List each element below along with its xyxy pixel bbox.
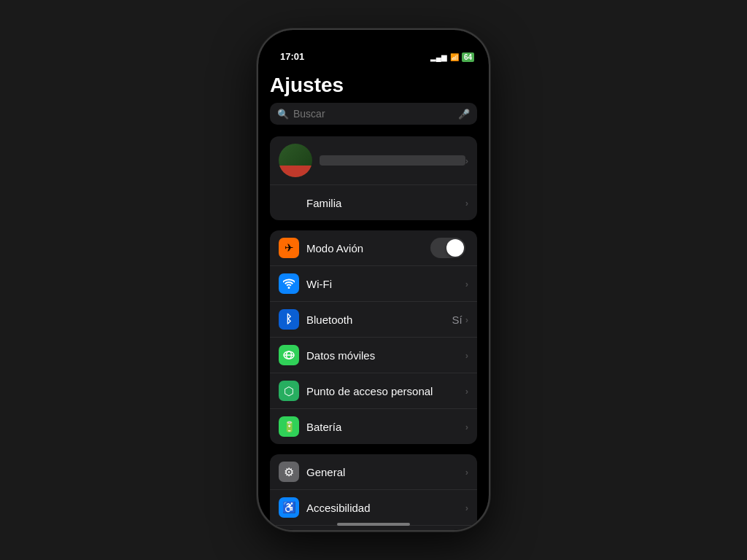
- accesibilidad-row[interactable]: ♿ Accesibilidad ›: [270, 490, 477, 526]
- punto-acceso-row[interactable]: ⬡ Punto de acceso personal ›: [270, 373, 477, 409]
- accesibilidad-label: Accesibilidad: [306, 502, 465, 514]
- wifi-row[interactable]: Wi-Fi ›: [270, 266, 477, 302]
- signal-icon: ▂▄▆: [430, 53, 447, 61]
- datos-moviles-icon: [279, 345, 299, 365]
- modo-avion-label: Modo Avión: [306, 242, 430, 254]
- bateria-icon: 🔋: [279, 416, 299, 437]
- mic-icon: 🎤: [458, 109, 470, 120]
- punto-acceso-label: Punto de acceso personal: [306, 385, 465, 397]
- punto-acceso-chevron: ›: [465, 386, 468, 397]
- general-icon: ⚙: [279, 462, 299, 482]
- connectivity-group: ✈ Modo Avión Wi-Fi ›: [270, 230, 477, 444]
- search-input[interactable]: [293, 108, 454, 120]
- bluetooth-label: Bluetooth: [306, 314, 452, 326]
- datos-moviles-chevron: ›: [465, 350, 468, 361]
- avatar: [279, 144, 312, 177]
- bateria-row[interactable]: 🔋 Batería ›: [270, 409, 477, 444]
- system-group: ⚙ General › ♿ Accesibilidad › 🔍 Buscar ›: [270, 454, 477, 530]
- screen-content: Ajustes 🔍 🎤 › Familia ›: [258, 66, 489, 530]
- bateria-label: Batería: [306, 421, 465, 433]
- bluetooth-chevron: ›: [465, 314, 468, 325]
- wifi-row-icon: [279, 273, 299, 294]
- bluetooth-value: Sí: [452, 314, 462, 326]
- phone-frame: 17:01 ▂▄▆ 📶 64 Ajustes 🔍 🎤: [257, 28, 490, 532]
- chevron-icon: ›: [465, 155, 468, 166]
- home-indicator[interactable]: [337, 523, 410, 526]
- search-bar[interactable]: 🔍 🎤: [270, 103, 477, 125]
- modo-avion-icon: ✈: [279, 238, 299, 258]
- bluetooth-icon: ᛒ: [279, 309, 299, 330]
- profile-name-placeholder: [320, 155, 465, 166]
- accesibilidad-icon: ♿: [279, 497, 299, 518]
- familia-row[interactable]: Familia ›: [270, 185, 477, 220]
- modo-avion-row[interactable]: ✈ Modo Avión: [270, 230, 477, 266]
- datos-moviles-row[interactable]: Datos móviles ›: [270, 338, 477, 373]
- bluetooth-row[interactable]: ᛒ Bluetooth Sí ›: [270, 302, 477, 338]
- profile-row[interactable]: ›: [270, 136, 477, 185]
- familia-label: Familia: [306, 197, 465, 209]
- buscar-row[interactable]: 🔍 Buscar ›: [270, 526, 477, 530]
- wifi-icon: 📶: [450, 53, 459, 61]
- status-time: 17:01: [280, 51, 304, 62]
- dynamic-island: [341, 37, 406, 58]
- status-icons: ▂▄▆ 📶 64: [430, 52, 474, 62]
- general-chevron: ›: [465, 467, 468, 478]
- punto-acceso-icon: ⬡: [279, 381, 299, 401]
- profile-group: › Familia ›: [270, 136, 477, 220]
- bateria-chevron: ›: [465, 421, 468, 432]
- modo-avion-toggle[interactable]: [430, 238, 465, 258]
- power-button[interactable]: [489, 147, 490, 205]
- wifi-label: Wi-Fi: [306, 278, 462, 290]
- screen: 17:01 ▂▄▆ 📶 64 Ajustes 🔍 🎤: [258, 30, 489, 530]
- general-label: General: [306, 466, 465, 478]
- wifi-chevron: ›: [465, 279, 468, 289]
- search-icon: 🔍: [277, 109, 289, 120]
- battery-icon: 64: [462, 52, 474, 62]
- page-title: Ajustes: [270, 66, 477, 103]
- datos-moviles-label: Datos móviles: [306, 349, 465, 362]
- accesibilidad-chevron: ›: [465, 502, 468, 513]
- familia-chevron: ›: [465, 198, 468, 209]
- general-row[interactable]: ⚙ General ›: [270, 454, 477, 490]
- familia-icon: [279, 192, 299, 213]
